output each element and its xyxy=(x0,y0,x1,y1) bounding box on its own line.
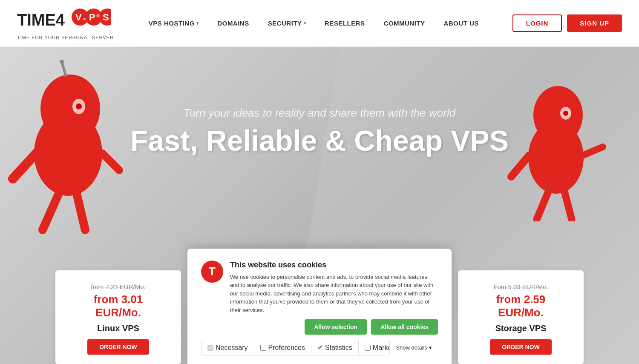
svg-text:S: S xyxy=(103,12,109,23)
cookie-header: T This website uses cookies We use cooki… xyxy=(201,261,438,315)
svg-point-13 xyxy=(76,103,82,109)
logo-icon[interactable]: TIME4 V P S xyxy=(17,6,111,34)
cookie-bottom-row: Necessary Preferences ✔ Statistics Marke… xyxy=(201,340,438,355)
pref-statistics[interactable]: ✔ Statistics xyxy=(311,340,359,355)
pref-necessary[interactable]: Necessary xyxy=(201,341,254,355)
necessary-label: Necessary xyxy=(216,344,248,352)
marketing-checkbox[interactable] xyxy=(365,345,371,351)
svg-line-15 xyxy=(102,153,119,170)
cookie-body: We use cookies to personalise content an… xyxy=(230,273,438,315)
cookie-actions: Allow selection Allow all cookies xyxy=(201,319,438,335)
cookie-banner: T This website uses cookies We use cooki… xyxy=(187,249,452,364)
nav-item-community[interactable]: COMMUNITY xyxy=(374,15,435,31)
statistics-check-icon: ✔ xyxy=(317,344,323,352)
show-details-label: Show details xyxy=(396,344,427,351)
svg-text:P: P xyxy=(89,12,95,23)
svg-line-17 xyxy=(77,194,85,230)
svg-text:TIME4: TIME4 xyxy=(17,11,65,29)
marketing-label: Marketing xyxy=(373,344,390,352)
cookie-text-block: This website uses cookies We use cookies… xyxy=(230,261,438,315)
svg-point-21 xyxy=(533,86,583,144)
signup-button[interactable]: SIGN UP xyxy=(567,14,622,32)
preferences-checkbox[interactable] xyxy=(260,345,266,351)
allow-selection-button[interactable]: Allow selection xyxy=(305,319,367,335)
svg-point-19 xyxy=(60,60,64,64)
cookie-preferences-group: Necessary Preferences ✔ Statistics Marke… xyxy=(201,340,390,355)
chevron-down-icon: ▾ xyxy=(196,21,199,26)
statistics-label: Statistics xyxy=(325,344,352,352)
preferences-label: Preferences xyxy=(268,344,305,352)
logo-tagline: TIME FOR YOUR PERSONAL SERVER xyxy=(17,35,114,40)
navbar: TIME4 V P S TIME FOR YOUR PERSONAL SERVE… xyxy=(0,0,639,47)
cookie-title: This website uses cookies xyxy=(230,261,438,269)
svg-line-24 xyxy=(511,155,529,177)
nav-item-domains[interactable]: DOMAINS xyxy=(208,15,258,31)
svg-point-7 xyxy=(83,18,86,20)
login-button[interactable]: LOGIN xyxy=(512,14,562,32)
nav-item-vps-hosting[interactable]: VPS HOSTING ▾ xyxy=(139,15,208,31)
robot-left-icon xyxy=(0,60,132,238)
svg-line-18 xyxy=(62,62,66,77)
svg-line-14 xyxy=(13,153,36,179)
svg-text:V: V xyxy=(75,12,82,23)
robot-right-icon xyxy=(503,72,609,221)
cookie-overlay: T This website uses cookies We use cooki… xyxy=(0,249,639,364)
svg-line-25 xyxy=(583,147,603,155)
svg-point-8 xyxy=(96,14,100,17)
svg-point-11 xyxy=(40,75,100,143)
nav-item-resellers[interactable]: RESELLERS xyxy=(315,15,374,31)
nav-links: VPS HOSTING ▾ DOMAINS SECURITY ▾ RESELLE… xyxy=(139,15,512,31)
nav-actions: LOGIN SIGN UP xyxy=(512,14,622,32)
logo-area: TIME4 V P S TIME FOR YOUR PERSONAL SERVE… xyxy=(17,6,114,40)
chevron-down-icon: ▾ xyxy=(304,21,306,26)
pref-preferences[interactable]: Preferences xyxy=(254,341,311,355)
svg-line-16 xyxy=(43,192,60,230)
nav-item-about[interactable]: ABOUT US xyxy=(435,15,488,31)
cookie-brand-icon: T xyxy=(201,261,223,283)
chevron-down-icon: ▾ xyxy=(429,344,432,351)
svg-line-26 xyxy=(537,191,549,219)
svg-line-27 xyxy=(564,192,572,219)
allow-all-cookies-button[interactable]: Allow all cookies xyxy=(371,319,438,335)
show-details-button[interactable]: Show details ▾ xyxy=(390,341,438,354)
nav-item-security[interactable]: SECURITY ▾ xyxy=(259,15,315,31)
necessary-checkbox[interactable] xyxy=(207,345,213,351)
svg-point-23 xyxy=(563,111,568,116)
pref-marketing[interactable]: Marketing xyxy=(359,341,390,355)
